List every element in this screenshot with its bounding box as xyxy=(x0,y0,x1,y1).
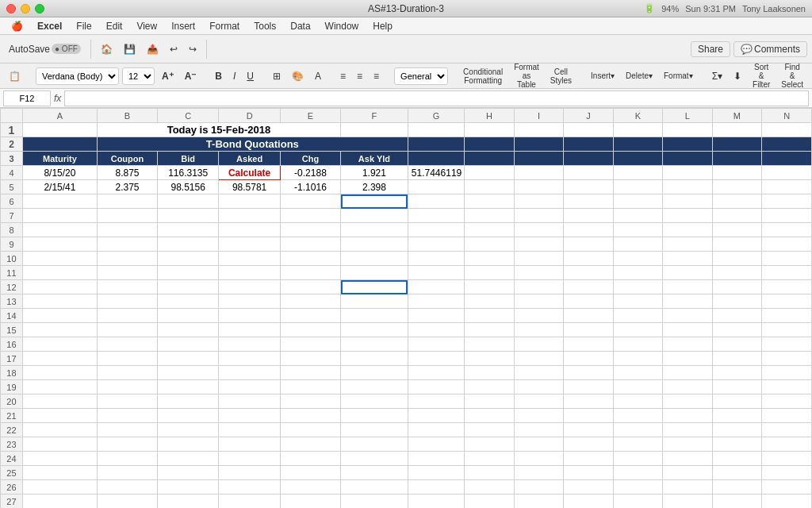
cell-A5[interactable]: 2/15/41 xyxy=(22,180,97,194)
cell-F5[interactable]: 2.398 xyxy=(341,180,408,194)
autosave-toggle[interactable]: ● OFF xyxy=(52,44,81,54)
italic-btn[interactable]: I xyxy=(229,69,239,83)
close-button[interactable] xyxy=(6,4,16,13)
share-button[interactable]: Share xyxy=(691,41,730,57)
cell-G4[interactable]: 51.7446119 xyxy=(408,166,464,180)
cell-B2[interactable]: T-Bond Quotations xyxy=(97,137,408,152)
col-header-J[interactable]: J xyxy=(564,109,613,123)
cell-G2[interactable] xyxy=(408,137,464,152)
save-btn[interactable]: 💾 xyxy=(120,42,140,56)
font-grow-btn[interactable]: A⁺ xyxy=(158,69,178,83)
cell-G3[interactable] xyxy=(408,152,464,166)
bold-btn[interactable]: B xyxy=(211,69,226,83)
undo-btn[interactable]: ↩ xyxy=(166,42,182,56)
cell-H3[interactable] xyxy=(465,152,515,166)
cell-M4[interactable] xyxy=(712,166,762,180)
col-header-N[interactable]: N xyxy=(762,109,812,123)
cell-I3[interactable] xyxy=(514,152,563,166)
menu-insert[interactable]: Insert xyxy=(165,19,201,33)
menu-help[interactable]: Help xyxy=(366,19,399,33)
cell-F12[interactable] xyxy=(341,194,408,209)
cell-A2[interactable] xyxy=(22,137,97,152)
cell-I2[interactable] xyxy=(514,137,563,152)
menu-view[interactable]: View xyxy=(130,19,163,33)
col-header-C[interactable]: C xyxy=(158,109,219,123)
cell-N1[interactable] xyxy=(762,123,812,137)
cell-J5[interactable] xyxy=(564,180,613,194)
col-header-K[interactable]: K xyxy=(613,109,663,123)
cell-H5[interactable] xyxy=(465,180,515,194)
menu-window[interactable]: Window xyxy=(319,19,366,33)
cell-A4[interactable]: 8/15/20 xyxy=(22,166,97,180)
col-header-I[interactable]: I xyxy=(514,109,563,123)
cell-G5[interactable] xyxy=(408,180,464,194)
cell-C3[interactable]: Bid xyxy=(158,152,219,166)
cell-styles-btn[interactable]: CellStyles xyxy=(546,66,576,87)
cell-D3[interactable]: Asked xyxy=(219,152,281,166)
cell-B3[interactable]: Coupon xyxy=(97,152,157,166)
menu-excel[interactable]: 🍎 xyxy=(5,19,29,33)
cell-E5[interactable]: -1.1016 xyxy=(280,180,340,194)
font-shrink-btn[interactable]: A⁻ xyxy=(181,69,201,83)
comments-button[interactable]: 💬 Comments xyxy=(733,41,807,57)
menu-format[interactable]: Format xyxy=(203,19,246,33)
cell-K5[interactable] xyxy=(613,180,663,194)
menu-tools[interactable]: Tools xyxy=(247,19,282,33)
align-center[interactable]: ≡ xyxy=(353,69,366,83)
cell-N5[interactable] xyxy=(762,180,812,194)
fill-color-btn[interactable]: 🎨 xyxy=(288,69,308,83)
cell-B5[interactable]: 2.375 xyxy=(97,180,157,194)
cell-reference[interactable]: F12 xyxy=(3,90,51,106)
cell-E3[interactable]: Chg xyxy=(280,152,340,166)
delete-cells-btn[interactable]: Delete▾ xyxy=(622,70,657,82)
cell-N4[interactable] xyxy=(762,166,812,180)
find-select-btn[interactable]: Find &Select xyxy=(777,61,807,90)
cell-M2[interactable] xyxy=(712,137,762,152)
align-left[interactable]: ≡ xyxy=(336,69,350,83)
cell-D5[interactable]: 98.5781 xyxy=(219,180,281,194)
col-header-F[interactable]: F xyxy=(341,109,408,123)
format-cells-btn[interactable]: Format▾ xyxy=(660,70,697,82)
cell-G1[interactable] xyxy=(408,123,464,137)
redo-btn[interactable]: ↪ xyxy=(185,42,201,56)
format-table-btn[interactable]: Formatas Table xyxy=(510,61,543,90)
maximize-button[interactable] xyxy=(35,4,44,13)
cell-J4[interactable] xyxy=(564,166,613,180)
minimize-button[interactable] xyxy=(21,4,30,13)
cell-J1[interactable] xyxy=(564,123,613,137)
cell-A3[interactable]: Maturity xyxy=(22,152,97,166)
home-btn[interactable]: 🏠 xyxy=(97,42,117,56)
cell-H1[interactable] xyxy=(465,123,515,137)
col-header-H[interactable]: H xyxy=(465,109,515,123)
cell-D4[interactable]: Calculate xyxy=(219,166,281,180)
cell-L5[interactable] xyxy=(663,180,712,194)
cell-B4[interactable]: 8.875 xyxy=(97,166,157,180)
menu-data[interactable]: Data xyxy=(284,19,316,33)
font-size-selector[interactable]: 12 xyxy=(122,67,155,85)
cell-K3[interactable] xyxy=(613,152,663,166)
cell-F4[interactable]: 1.921 xyxy=(341,166,408,180)
col-header-E[interactable]: E xyxy=(280,109,340,123)
cell-N3[interactable] xyxy=(762,152,812,166)
col-header-G[interactable]: G xyxy=(408,109,464,123)
cell-K4[interactable] xyxy=(613,166,663,180)
col-header-D[interactable]: D xyxy=(219,109,281,123)
cell-B1[interactable]: Today is 15-Feb-2018 xyxy=(97,123,340,137)
font-color-btn[interactable]: A xyxy=(311,69,325,83)
autosave-button[interactable]: AutoSave ● OFF xyxy=(5,42,85,56)
cell-L2[interactable] xyxy=(663,137,712,152)
menu-excel-label[interactable]: Excel xyxy=(31,19,68,33)
menu-file[interactable]: File xyxy=(70,19,98,33)
cell-L1[interactable] xyxy=(663,123,712,137)
formula-bar-input[interactable] xyxy=(64,90,809,106)
cell-N2[interactable] xyxy=(762,137,812,152)
menu-edit[interactable]: Edit xyxy=(100,19,129,33)
cell-J3[interactable] xyxy=(564,152,613,166)
fill-btn[interactable]: ⬇ xyxy=(730,69,745,83)
cell-J2[interactable] xyxy=(564,137,613,152)
conditional-format-btn[interactable]: ConditionalFormatting xyxy=(459,66,507,87)
cell-M5[interactable] xyxy=(712,180,762,194)
cell-C5[interactable]: 98.5156 xyxy=(158,180,219,194)
col-header-L[interactable]: L xyxy=(663,109,712,123)
cell-I4[interactable] xyxy=(514,166,563,180)
